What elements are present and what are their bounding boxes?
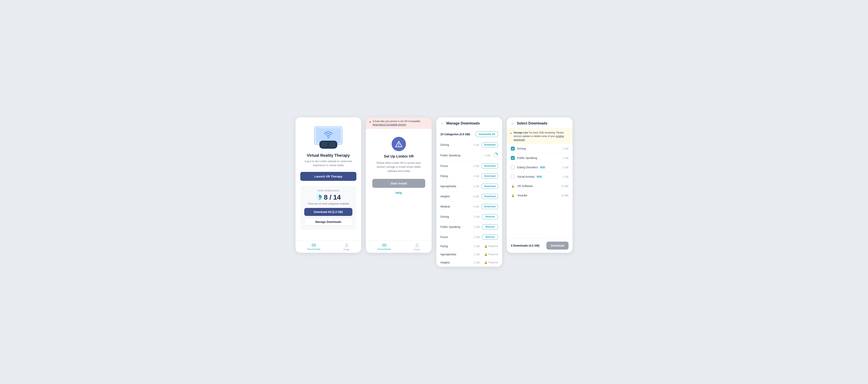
checkbox-locked-4: 🔒: [511, 184, 515, 188]
remove-button-8[interactable]: Remove: [482, 224, 498, 230]
download-button-4[interactable]: Download: [482, 184, 498, 189]
categories-count: 23 Categories (4.5 GB): [440, 132, 470, 136]
manage-item-size: 2 GB: [472, 165, 479, 168]
manage-item-size: 2 GB: [472, 195, 479, 198]
manage-downloads-header: ← Manage Downloads: [436, 117, 502, 128]
manage-list-item: Focus2 GBRemove: [440, 232, 498, 242]
storage-low-banner: ● Storage Low You have 2GB remaining. Pl…: [507, 128, 572, 144]
nav-vr-1[interactable]: Virtual Reality: [307, 243, 320, 251]
checkbox-checked-1[interactable]: [511, 156, 515, 160]
svg-rect-19: [383, 244, 384, 246]
manage-item-name: Agoraphobia: [440, 185, 472, 188]
download-footer-button[interactable]: Download: [547, 242, 568, 249]
existing-downloads-link[interactable]: existing downloads: [514, 135, 564, 141]
checkbox-unchecked-3[interactable]: [511, 175, 515, 179]
download-button-0[interactable]: Download: [482, 142, 498, 147]
manage-item-name: Focus: [440, 235, 473, 239]
required-status-11: 🔒 Required: [482, 253, 498, 256]
profile-icon-2: [415, 243, 419, 247]
manage-item-name: Agoraphobia: [440, 253, 473, 256]
start-install-button[interactable]: Start Install: [372, 179, 425, 188]
launch-vr-button[interactable]: Launch VR Therapy: [300, 172, 356, 181]
manage-list-item: Driving2 GBRemove: [440, 212, 498, 222]
select-downloads-list: Driving1 GBPublic Speaking3 GBEating Dis…: [507, 144, 572, 238]
download-all-button[interactable]: Download All (2.2 GB): [304, 208, 352, 216]
manage-item-size: 2 GB: [483, 154, 491, 157]
back-arrow-3[interactable]: ←: [440, 121, 444, 125]
vr-illustration: [308, 124, 348, 152]
error-icon: ●: [369, 120, 371, 124]
manage-item-size: 2 GB: [473, 253, 480, 256]
manage-list-item: Heights2 GB🔒 Required: [440, 259, 498, 267]
screen-3-manage-downloads: ← Manage Downloads 23 Categories (4.5 GB…: [436, 117, 502, 267]
lock-icon: 🔒: [511, 184, 515, 188]
remove-button-7[interactable]: Remove: [482, 214, 498, 219]
bottom-nav-1: Virtual Reality Profile: [296, 240, 361, 253]
select-downloads-header: ← Select Downloads: [507, 117, 572, 128]
download-button-6[interactable]: Download: [482, 204, 498, 209]
manage-list-item: Flying2 GBDownload: [440, 171, 498, 181]
manage-item-name: Heights: [440, 195, 472, 198]
svg-rect-12: [314, 244, 315, 246]
downloads-count: 8 / 14: [324, 194, 341, 201]
manage-downloads-button[interactable]: Manage Downloads: [304, 218, 352, 226]
manage-item-size: 2 GB: [472, 175, 479, 178]
downloads-label: YOUR DOWNLOADS: [317, 189, 339, 192]
select-item-size: 2 GB: [562, 166, 568, 169]
back-arrow-4[interactable]: ←: [511, 121, 515, 125]
select-list-item: 🔒Youtube10 MB: [511, 191, 568, 200]
download-button-5[interactable]: Download: [482, 194, 498, 199]
manage-item-name: Focus: [440, 164, 472, 168]
select-item-name: Social AnxietyNEW: [517, 175, 560, 178]
select-item-name: Public Speaking: [517, 156, 560, 159]
nav-vr-2[interactable]: Virtual Reality: [377, 243, 391, 251]
nav-profile-label-1: Profile: [343, 248, 350, 251]
manage-item-name: Medical: [440, 205, 472, 208]
select-downloads-title: Select Downloads: [517, 121, 548, 125]
manage-list-item: Agoraphobia2 GBDownload: [440, 181, 498, 191]
manage-list-item: Driving2 GBDownload: [440, 140, 498, 150]
screen-2-setup: ● It looks like your phone is not VR-Com…: [366, 117, 432, 253]
downloads-box: YOUR DOWNLOADS 8 / 14 There are 10 more …: [300, 186, 356, 230]
vr-headset-icon: [311, 243, 316, 247]
checkbox-locked-5: 🔒: [511, 194, 515, 197]
svg-rect-8: [327, 144, 329, 145]
svg-rect-21: [384, 245, 384, 245]
checkbox-checked-0[interactable]: [511, 147, 515, 151]
manage-item-size: 2 GB: [473, 226, 480, 229]
select-item-size: 3 GB: [562, 156, 568, 159]
profile-icon-1: [344, 243, 349, 247]
svg-point-14: [346, 244, 347, 245]
select-item-size: 12 MB: [561, 185, 568, 188]
help-button[interactable]: Help: [396, 191, 402, 195]
manage-list-item: Medical2 GBDownload: [440, 202, 498, 212]
manage-item-size: 2 GB: [473, 236, 480, 239]
screen1-title: Virtual Reality Therapy: [307, 153, 350, 158]
manage-item-size: 2 GB: [473, 215, 480, 218]
download-button-2[interactable]: Download: [482, 163, 498, 169]
download-button-3[interactable]: Download: [482, 174, 498, 179]
select-downloads-footer: 4 Downloads (4.2 GB) Download: [507, 238, 572, 253]
remove-button-9[interactable]: Remove: [482, 234, 498, 240]
svg-rect-13: [314, 245, 314, 245]
bottom-nav-2: Virtual Reality Profile: [366, 240, 432, 253]
download-all-sm-button[interactable]: Download All: [476, 131, 498, 137]
new-badge: NEW: [539, 166, 546, 169]
compatible-phones-link[interactable]: Read about Compatible phones: [373, 123, 406, 126]
manage-item-size: 2 GB: [472, 143, 479, 146]
select-list-item: Public Speaking3 GB: [511, 153, 568, 163]
vr-headset-icon-2: [382, 243, 386, 247]
nav-profile-1[interactable]: Profile: [343, 243, 350, 251]
svg-rect-11: [312, 244, 314, 246]
select-item-name: Eating DisordersNEW: [517, 166, 560, 169]
svg-rect-7: [329, 142, 335, 147]
select-item-size: 1 GB: [562, 175, 568, 178]
manage-item-name: Flying: [440, 175, 472, 178]
triangle-icon: [395, 140, 403, 148]
select-list-item: 🔒VR Software12 MB: [511, 181, 568, 191]
nav-profile-2[interactable]: Profile: [414, 243, 420, 251]
manage-list-item: Flying2 GB🔒 Required: [440, 242, 498, 250]
limbix-logo-icon: [392, 137, 406, 151]
spinner-icon-1: [493, 152, 498, 158]
checkbox-unchecked-2[interactable]: [511, 165, 515, 169]
